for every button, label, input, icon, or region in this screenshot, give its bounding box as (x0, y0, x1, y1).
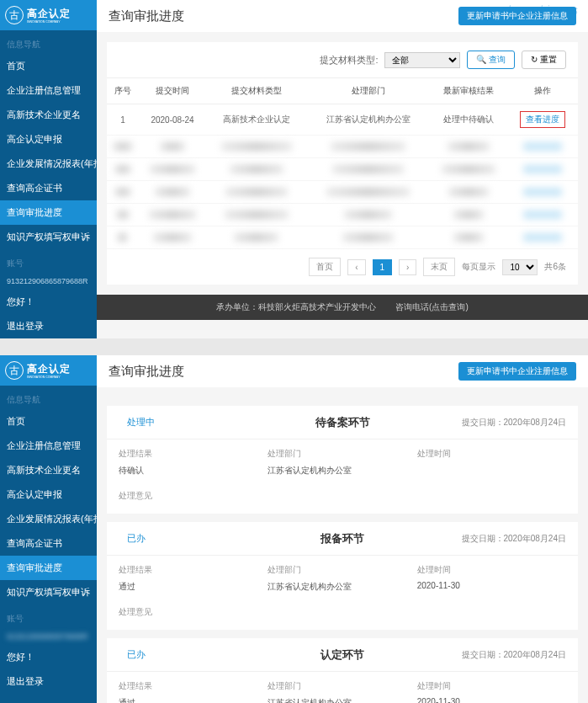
nav-item-1[interactable]: 企业注册信息管理 (0, 434, 97, 458)
time-value: 2020-11-30 (417, 697, 566, 703)
detail-card-1: 已办 报备环节 提交日期：2020年08月24日 处理结果 通过 处理部门 江苏… (107, 522, 578, 630)
view-progress-link[interactable]: 查看进度 (520, 111, 565, 128)
time-label: 处理时间 (417, 564, 566, 576)
footer-contact[interactable]: 咨询电话(点击查询) (395, 302, 469, 312)
detail-card-0: 处理中 待备案环节 提交日期：2020年08月24日 处理结果 待确认 处理部门… (107, 406, 578, 514)
account-id: 913212906865879688R (0, 273, 97, 290)
dept-value: 江苏省认定机构办公室 (268, 697, 416, 703)
logo-sub: INNOVATION COMPANY (27, 19, 61, 23)
table-row: 1 2020-08-24 高新技术企业认定 江苏省认定机构办公室 处理中待确认 … (107, 104, 578, 136)
last-page-button[interactable]: 末页 (423, 258, 455, 276)
opinion-label: 处理意见 (107, 601, 578, 630)
result-label: 处理结果 (119, 680, 268, 692)
greeting: 您好！ (0, 290, 97, 314)
time-value: 2020-11-30 (417, 581, 566, 590)
dept-label: 处理部门 (268, 564, 416, 576)
logout-link-2[interactable]: 退出登录 (0, 669, 97, 694)
sidebar-2: 古 高企认定 INNOVATION COMPANY 信息导航 首页企业注册信息管… (0, 355, 97, 703)
main-content: 查询审批进度 shengzhige.es 更新申请书中企业注册信息 提交材料类型… (97, 0, 588, 338)
cell-status: 处理中待确认 (430, 104, 507, 136)
account-header: 账号 (0, 249, 97, 273)
filter-bar: 提交材料类型: 全部 🔍 查询 ↻ 重置 (107, 42, 578, 77)
table-row-blurred (107, 158, 578, 181)
pagination: 首页 ‹ 1 › 末页 每页显示 10 共6条 (107, 249, 578, 285)
table-row-blurred (107, 136, 578, 158)
next-page-button[interactable]: › (399, 259, 416, 275)
result-label: 处理结果 (119, 448, 268, 460)
stage-title: 报备环节 (320, 531, 364, 546)
time-label: 处理时间 (417, 680, 566, 692)
total-count: 共6条 (544, 261, 566, 273)
logo-icon: 古 (5, 6, 24, 24)
stage-title: 认定环节 (320, 647, 364, 663)
nav-item-2[interactable]: 高新技术企业更名 (0, 458, 97, 482)
dept-value: 江苏省认定机构办公室 (268, 465, 416, 477)
cell-date: 2020-08-24 (139, 104, 206, 136)
first-page-button[interactable]: 首页 (309, 258, 341, 276)
nav-item-2[interactable]: 高新技术企业更名 (0, 103, 97, 127)
detail-card-2: 已办 认定环节 提交日期：2020年08月24日 处理结果 通过 处理部门 江苏… (107, 638, 578, 703)
nav-item-1[interactable]: 企业注册信息管理 (0, 78, 97, 103)
table-header: 序号 (107, 78, 139, 104)
material-type-select[interactable]: 全部 (384, 52, 460, 68)
time-label: 处理时间 (417, 448, 566, 460)
footer-org: 承办单位：科技部火炬高技术产业开发中心 (216, 302, 376, 312)
submit-date: 提交日期：2020年08月24日 (462, 533, 567, 545)
nav-item-4[interactable]: 企业发展情况报表(年报) (0, 152, 97, 176)
table-row-blurred (107, 226, 578, 249)
nav-item-0[interactable]: 首页 (0, 54, 97, 78)
table-header: 提交材料类型 (206, 78, 306, 104)
result-value: 待确认 (119, 465, 268, 477)
dept-label: 处理部门 (268, 680, 416, 692)
update-registration-button-2[interactable]: 更新申请书中企业注册信息 (458, 362, 576, 381)
search-button[interactable]: 🔍 查询 (467, 51, 515, 69)
sidebar: 古 高企认定 INNOVATION COMPANY 信息导航 首页企业注册信息管… (0, 0, 97, 338)
table-header: 最新审核结果 (430, 78, 507, 104)
watermark: shengzhige.es (502, 3, 578, 17)
table-header: 处理部门 (306, 78, 429, 104)
table-header: 提交时间 (139, 78, 206, 104)
page-1-button[interactable]: 1 (373, 259, 393, 275)
filter-label: 提交材料类型: (320, 54, 378, 67)
account-header-2: 账号 (0, 604, 97, 628)
page-title-2: 查询审批进度 (109, 364, 184, 380)
status-tag: 已办 (119, 530, 154, 546)
per-page-label: 每页显示 (462, 261, 495, 273)
submit-date: 提交日期：2020年08月24日 (462, 649, 567, 661)
nav-item-6[interactable]: 查询审批进度 (0, 556, 97, 580)
table-header: 操作 (507, 78, 578, 104)
table-row-blurred (107, 181, 578, 204)
dept-label: 处理部门 (268, 448, 416, 460)
status-tag: 已办 (119, 647, 154, 663)
cell-type: 高新技术企业认定 (206, 104, 306, 136)
nav-item-5[interactable]: 查询高企证书 (0, 176, 97, 200)
progress-table: 序号提交时间提交材料类型处理部门最新审核结果操作 1 2020-08-24 高新… (107, 77, 578, 249)
nav-item-6[interactable]: 查询审批进度 (0, 200, 97, 225)
table-row-blurred (107, 204, 578, 226)
nav-item-7[interactable]: 知识产权填写权申诉 (0, 580, 97, 604)
result-value: 通过 (119, 697, 268, 703)
logo-sub-2: INNOVATION COMPANY (27, 375, 61, 378)
prev-page-button[interactable]: ‹ (347, 259, 365, 275)
logo-name: 高企认定 (27, 7, 75, 21)
cell-seq: 1 (107, 104, 139, 136)
result-label: 处理结果 (119, 564, 268, 576)
reset-button[interactable]: ↻ 重置 (522, 51, 566, 69)
nav-item-4[interactable]: 企业发展情况报表(年报) (0, 507, 97, 531)
nav-header-2: 信息导航 (0, 386, 97, 409)
logo-area: 古 高企认定 INNOVATION COMPANY (0, 0, 97, 30)
nav-item-7[interactable]: 知识产权填写权申诉 (0, 225, 97, 249)
result-value: 通过 (119, 581, 268, 593)
nav-header: 信息导航 (0, 30, 97, 54)
nav-item-3[interactable]: 高企认定申报 (0, 482, 97, 507)
greeting-2: 您好！ (0, 645, 97, 669)
nav-item-5[interactable]: 查询高企证书 (0, 531, 97, 556)
nav-item-0[interactable]: 首页 (0, 409, 97, 434)
page-title: 查询审批进度 (109, 8, 184, 24)
cell-dept: 江苏省认定机构办公室 (306, 104, 429, 136)
per-page-select[interactable]: 10 (502, 259, 538, 275)
footer-bar: 承办单位：科技部火炬高技术产业开发中心 咨询电话(点击查询) (97, 295, 588, 320)
submit-date: 提交日期：2020年08月24日 (462, 417, 567, 429)
logout-link[interactable]: 退出登录 (0, 314, 97, 338)
nav-item-3[interactable]: 高企认定申报 (0, 127, 97, 152)
